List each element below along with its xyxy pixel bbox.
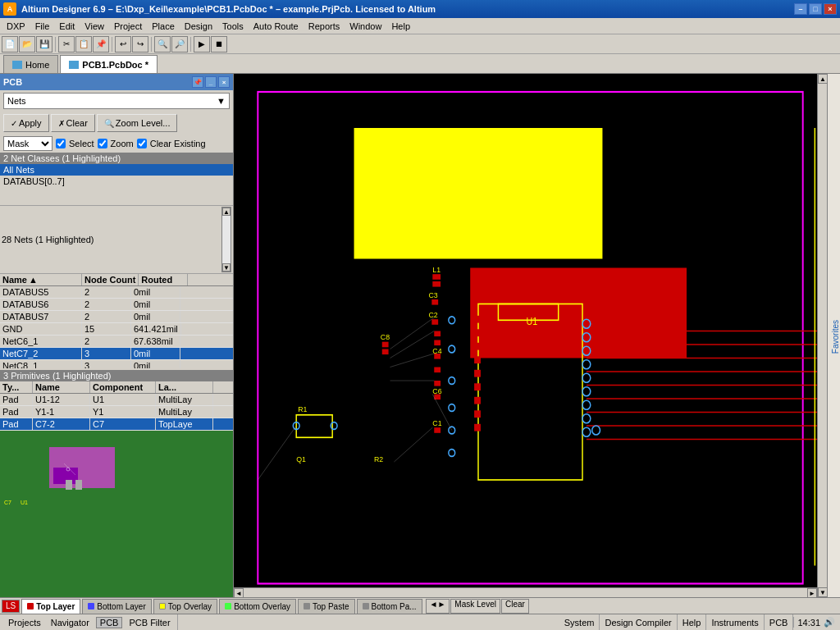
menu-autoroute[interactable]: Auto Route [249,21,304,32]
status-pcb[interactable]: PCB [765,614,794,630]
minimize-button[interactable]: – [794,3,807,15]
layer-bottom-paste[interactable]: Bottom Pa... [357,599,422,614]
col-name[interactable]: Name ▲ [0,274,82,285]
col-routed[interactable]: Routed [139,274,188,285]
layer-ls[interactable]: LS [2,600,20,613]
tb-save[interactable]: 💾 [36,36,52,52]
menu-design[interactable]: Design [180,21,217,32]
layer-clear-label: Clear [505,600,525,609]
clear-existing-checkbox[interactable] [137,139,147,148]
pth-type[interactable]: Ty... [0,381,33,393]
status-instruments[interactable]: Instruments [706,614,764,630]
menu-file[interactable]: File [30,21,55,32]
apply-button[interactable]: ✓ Apply [3,114,49,132]
table-row[interactable]: DATABUS6 2 0mil [0,299,233,311]
tb-paste[interactable]: 📌 [93,36,109,52]
tb-new[interactable]: 📄 [2,36,18,52]
layer-top[interactable]: Top Layer [21,599,80,614]
status-design-compiler[interactable]: Design Compiler [600,614,677,630]
tb-undo[interactable]: ↩ [115,36,131,52]
nets-scroll-down[interactable]: ▼ [222,263,231,272]
net-item-databus[interactable]: DATABUS[0..7] [0,176,233,187]
menu-window[interactable]: Window [345,21,386,32]
layer-scroll-btn[interactable]: ◄► [426,599,450,614]
pth-layer[interactable]: La... [156,381,213,393]
prim-row[interactable]: Pad Y1-1 Y1 MultiLay [0,406,233,418]
favorites-label[interactable]: Favorites [831,317,840,357]
svg-rect-25 [474,316,481,323]
layer-top-overlay[interactable]: Top Overlay [153,599,217,614]
menu-dxp[interactable]: DXP [2,21,30,32]
tab-projects[interactable]: Projects [5,618,44,628]
table-row[interactable]: NetC8_1 3 0mil [0,360,233,368]
net-classes-header: 2 Net Classes (1 Highlighted) [0,153,233,164]
scroll-down-btn[interactable]: ▼ [818,587,827,597]
tb-run[interactable]: ▶ [194,36,210,52]
status-help[interactable]: Help [678,614,707,630]
nets-scroll-up[interactable]: ▲ [222,208,231,216]
prim-row-highlighted[interactable]: Pad C7-2 C7 TopLaye [0,418,233,431]
table-row[interactable]: GND 15 641.421mil [0,323,233,336]
horizontal-scrollbar[interactable]: ◄ ► [234,587,817,597]
nets-dropdown[interactable]: Nets ▼ [3,93,230,109]
table-row[interactable]: NetC6_1 2 67.638mil [0,336,233,348]
tab-pcb-filter[interactable]: PCB Filter [126,618,173,628]
menu-help[interactable]: Help [386,21,415,32]
menu-edit[interactable]: Edit [54,21,80,32]
menu-tools[interactable]: Tools [217,21,249,32]
tb-copy[interactable]: 📋 [75,36,92,52]
svg-rect-11 [354,128,603,259]
pcb-canvas-area[interactable]: U1 [234,74,827,597]
pth-component[interactable]: Component [90,381,156,393]
svg-rect-31 [474,397,481,404]
mask-level-btn[interactable]: Mask Level [450,599,500,614]
status-system-label: System [564,618,595,628]
top-layer-dot [27,603,34,609]
clear-button[interactable]: ✗ Clear [51,114,95,132]
menu-view[interactable]: View [80,21,109,32]
status-system[interactable]: System [559,614,600,630]
tab-navigator[interactable]: Navigator [48,618,93,628]
panel-minimize-button[interactable]: _ [205,76,217,88]
menu-project[interactable]: Project [109,21,147,32]
status-help-label: Help [682,618,701,628]
tb-open[interactable]: 📂 [19,36,35,52]
tb-redo[interactable]: ↪ [132,36,148,52]
zoom-checkbox[interactable] [98,139,107,148]
layer-bottom-overlay[interactable]: Bottom Overlay [219,599,296,614]
layer-bottom[interactable]: Bottom Layer [82,599,151,614]
net-item-all[interactable]: All Nets [0,164,233,176]
svg-text:R2: R2 [374,455,383,464]
tb-cut[interactable]: ✂ [58,36,75,52]
pth-name[interactable]: Name [33,381,90,393]
layer-clear-btn[interactable]: Clear [501,599,529,614]
tab-pcb[interactable]: PCB1.PcbDoc * [60,55,158,73]
zoom-level-button[interactable]: 🔍 Zoom Level... [97,114,178,132]
panel-pin-button[interactable]: 📌 [192,76,203,88]
menu-place[interactable]: Place [147,21,180,32]
prim-row[interactable]: Pad U1-12 U1 MultiLay [0,394,233,406]
menu-reports[interactable]: Reports [304,21,345,32]
scroll-up-btn[interactable]: ▲ [818,74,827,84]
scroll-left-btn[interactable]: ◄ [234,588,244,597]
table-row-highlighted[interactable]: NetC7_2 3 0mil [0,348,233,360]
scroll-right-btn[interactable]: ► [807,588,817,597]
nets-dropdown-value: Nets [7,96,26,106]
mask-select[interactable]: Mask [3,136,52,151]
svg-text:Q1: Q1 [296,455,306,464]
tab-pcb-bottom[interactable]: PCB [96,617,123,628]
tb-stop[interactable]: ⏹ [211,36,227,52]
close-button[interactable]: × [824,3,837,15]
select-checkbox[interactable] [56,139,66,148]
layer-top-paste[interactable]: Top Paste [298,599,354,614]
mini-pcb-preview[interactable]: C7 U1 [0,431,233,597]
tb-zoom-in[interactable]: 🔍 [154,36,171,52]
tab-home[interactable]: Home [3,55,58,73]
panel-close-button[interactable]: × [218,76,230,88]
maximize-button[interactable]: □ [809,3,822,15]
col-node-count[interactable]: Node Count [82,274,139,285]
table-row[interactable]: DATABUS5 2 0mil [0,286,233,299]
vertical-scrollbar[interactable]: ▲ ▼ [817,74,827,597]
table-row[interactable]: DATABUS7 2 0mil [0,311,233,323]
tb-zoom-out[interactable]: 🔎 [171,36,188,52]
